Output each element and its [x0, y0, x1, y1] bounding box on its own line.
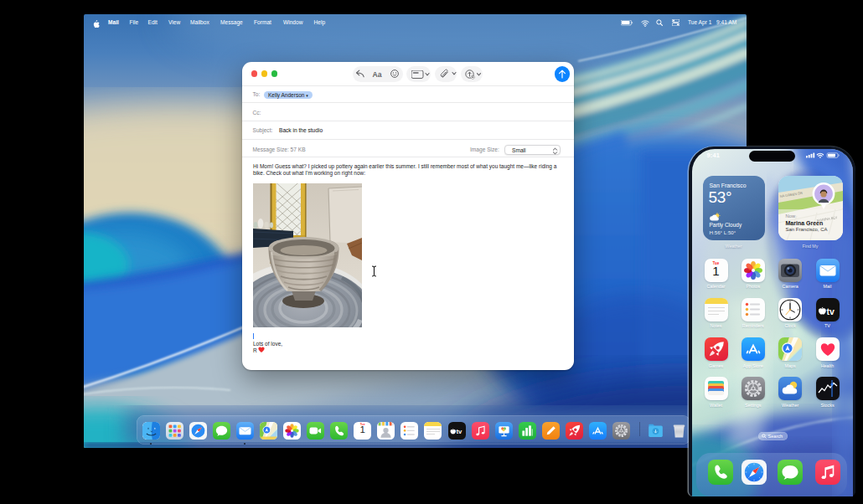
svg-text:tv: tv [456, 428, 463, 435]
svg-text:tv: tv [826, 306, 834, 316]
